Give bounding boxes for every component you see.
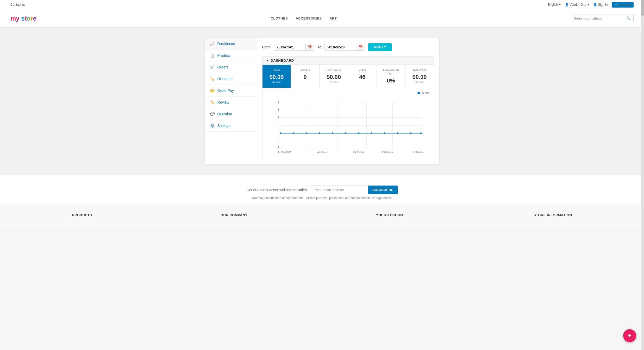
stat-cartvalue-sub: Tax excl. bbox=[323, 80, 345, 84]
stat-sales-value: $0.00 bbox=[266, 74, 288, 80]
sidebar-item-dashboard[interactable]: 📈 Dashboard bbox=[205, 38, 257, 50]
vendor-person-icon: 👤 bbox=[565, 3, 569, 7]
nav-clothes[interactable]: CLOTHES bbox=[271, 16, 288, 20]
sidebar-label-question: Question bbox=[217, 112, 232, 116]
sidebar-item-discounts[interactable]: 🏷️ Discounts bbox=[205, 73, 257, 85]
svg-point-23 bbox=[332, 132, 333, 134]
sidebar-item-settings[interactable]: ⚙️ Settings bbox=[205, 120, 257, 132]
stats-row: Sales $0.00 Tax excl. Orders 0 Cart Valu… bbox=[262, 65, 434, 88]
svg-text:1: 1 bbox=[278, 108, 279, 111]
from-date-wrap: 📅 bbox=[274, 44, 314, 51]
logo[interactable]: my store bbox=[10, 15, 36, 22]
newsletter-email-input[interactable] bbox=[311, 186, 368, 194]
review-icon: ✏️ bbox=[210, 100, 215, 104]
dashboard-icon: 📈 bbox=[210, 42, 215, 46]
newsletter-section: Get our latest news and special sales SU… bbox=[0, 175, 644, 205]
vendor-dropdown-icon: ▾ bbox=[587, 3, 589, 7]
scrollbar[interactable] bbox=[641, 0, 644, 227]
sidebar-label-product: Product bbox=[217, 53, 230, 58]
header: my store CLOTHES ACCESSORIES ART 🔍 bbox=[0, 9, 644, 28]
search-button[interactable]: 🔍 bbox=[624, 15, 633, 22]
newsletter-note: You may unsubscribe at any moment. For t… bbox=[0, 196, 644, 200]
legend-dot bbox=[417, 92, 420, 94]
sidebar-label-settings: Settings bbox=[217, 124, 231, 128]
footer-col-account: YOUR ACCOUNT bbox=[376, 213, 405, 220]
svg-point-21 bbox=[306, 132, 307, 134]
language-dropdown-icon: ▾ bbox=[559, 3, 561, 7]
svg-text:2/25/201: 2/25/201 bbox=[413, 150, 423, 153]
product-icon: 📋 bbox=[210, 53, 215, 58]
sidebar-label-orders: Orders bbox=[217, 65, 229, 69]
logo-e: e bbox=[33, 15, 36, 22]
from-calendar-button[interactable]: 📅 bbox=[305, 44, 314, 50]
stat-sales: Sales $0.00 Tax excl. bbox=[262, 65, 291, 88]
svg-point-19 bbox=[280, 132, 281, 134]
search-box: 🔍 bbox=[571, 15, 634, 22]
stat-netprofit-sub: Tax excl. bbox=[409, 80, 431, 84]
cart-icon: 🛒 bbox=[615, 3, 619, 7]
svg-text:0: 0 bbox=[278, 124, 279, 127]
search-input[interactable] bbox=[571, 15, 624, 22]
sidebar-item-orderpay[interactable]: 💳 Order Pay bbox=[205, 85, 257, 97]
to-date-input[interactable] bbox=[325, 44, 356, 50]
language-selector[interactable]: English ▾ bbox=[548, 3, 560, 7]
logo-t: t bbox=[25, 15, 27, 22]
logo-s: s bbox=[21, 15, 24, 22]
discounts-icon: 🏷️ bbox=[210, 77, 215, 81]
sidebar-item-review[interactable]: ✏️ Review bbox=[205, 97, 257, 108]
footer-col-products: PRODUCTS bbox=[72, 213, 92, 220]
svg-point-26 bbox=[371, 132, 372, 134]
logo-r: r bbox=[30, 15, 33, 22]
signin-label: Sign in bbox=[598, 3, 608, 7]
vendor-selector[interactable]: 👤 Vendor One ▾ bbox=[565, 3, 589, 7]
footer-col-company: OUR COMPANY bbox=[221, 213, 247, 220]
legend-label: Sales bbox=[422, 91, 429, 95]
cart-button[interactable]: 🛒 Cart (0) bbox=[612, 2, 634, 8]
vendor-container: 📈 Dashboard 📋 Product 🛒 Orders 🏷️ Discou… bbox=[205, 38, 439, 164]
subscribe-button[interactable]: SUBSCRIBE bbox=[368, 186, 398, 194]
scrollbar-thumb[interactable] bbox=[641, 0, 644, 16]
footer-col-company-title: OUR COMPANY bbox=[221, 213, 247, 217]
to-calendar-button[interactable]: 📅 bbox=[356, 44, 365, 50]
apply-button[interactable]: APPLY bbox=[368, 43, 392, 51]
svg-point-30 bbox=[420, 132, 422, 134]
stat-visits-value: 46 bbox=[351, 74, 373, 80]
language-label: English bbox=[548, 3, 558, 7]
svg-text:0: 0 bbox=[278, 132, 279, 135]
sidebar-item-question[interactable]: 💬 Question bbox=[205, 108, 257, 120]
sidebar: 📈 Dashboard 📋 Product 🛒 Orders 🏷️ Discou… bbox=[205, 38, 257, 164]
stat-cartvalue-value: $0.00 bbox=[323, 74, 345, 80]
signin-link[interactable]: 👤 Sign in bbox=[593, 3, 608, 7]
vendor-label: Vendor One bbox=[570, 3, 586, 7]
dashboard-header-icon: ≡ bbox=[267, 59, 269, 62]
newsletter-form: SUBSCRIBE bbox=[311, 186, 398, 194]
sidebar-item-product[interactable]: 📋 Product bbox=[205, 50, 257, 61]
stat-orders: Orders 0 bbox=[291, 65, 320, 88]
question-icon: 💬 bbox=[210, 112, 215, 116]
nav-art[interactable]: ART bbox=[329, 16, 337, 20]
svg-point-20 bbox=[293, 132, 294, 134]
footer-columns: PRODUCTS OUR COMPANY YOUR ACCOUNT STORE … bbox=[0, 205, 644, 227]
svg-text:1: 1 bbox=[278, 116, 279, 119]
svg-text:-1: -1 bbox=[277, 146, 279, 149]
logo-o: o bbox=[27, 15, 31, 22]
dashboard-header-label: DASHBOARD bbox=[271, 59, 294, 62]
svg-text:1: 1 bbox=[278, 100, 279, 103]
from-label: From bbox=[262, 45, 271, 49]
stat-sales-sub: Tax excl. bbox=[266, 80, 288, 84]
search-icon: 🔍 bbox=[626, 16, 631, 20]
from-date-input[interactable] bbox=[274, 44, 305, 50]
to-date-wrap: 📅 bbox=[324, 44, 365, 51]
contact-link[interactable]: Contact us bbox=[10, 3, 25, 7]
cart-label: Cart (0) bbox=[620, 3, 630, 7]
svg-point-25 bbox=[358, 132, 359, 134]
footer-col-products-title: PRODUCTS bbox=[72, 213, 92, 217]
sidebar-item-orders[interactable]: 🛒 Orders bbox=[205, 61, 257, 73]
svg-text:2/2/2019: 2/2/2019 bbox=[280, 150, 291, 153]
stat-cartvalue-label: Cart Value bbox=[323, 68, 345, 72]
nav-accessories[interactable]: ACCESSORIES bbox=[296, 16, 322, 20]
stat-conversion-value: 0% bbox=[380, 77, 402, 84]
stat-cartvalue: Cart Value $0.00 Tax excl. bbox=[320, 65, 348, 88]
settings-icon: ⚙️ bbox=[210, 124, 215, 128]
svg-point-22 bbox=[319, 132, 320, 134]
